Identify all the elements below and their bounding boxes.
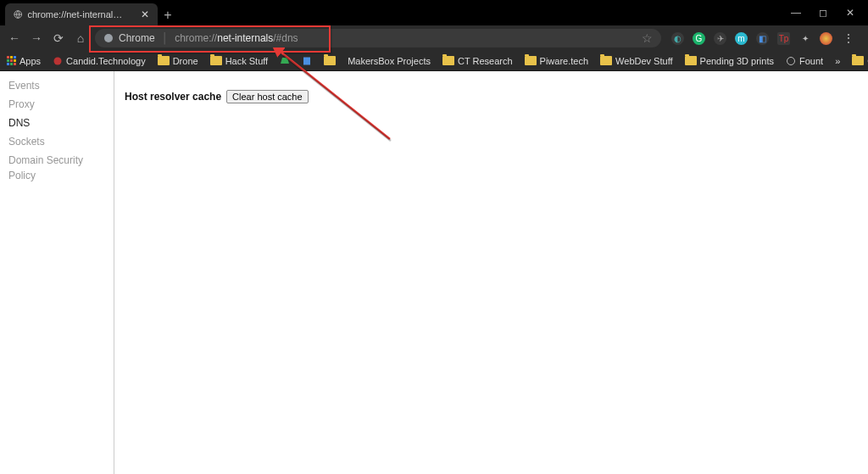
bookmark-candid-technology[interactable]: Candid.Technology bbox=[53, 56, 146, 66]
omnibox-scheme-label: Chrome bbox=[119, 32, 155, 44]
apps-button[interactable]: Apps bbox=[7, 56, 41, 66]
bookmarks-overflow[interactable]: » bbox=[835, 56, 840, 66]
bookmark-makersbox[interactable]: MakersBox Projects bbox=[348, 56, 431, 66]
svg-point-1 bbox=[104, 34, 113, 42]
host-resolver-label: Host resolver cache bbox=[125, 91, 221, 103]
omnibox-separator: │ bbox=[162, 32, 169, 44]
folder-icon bbox=[158, 56, 170, 65]
bookmark-item[interactable] bbox=[302, 56, 312, 66]
bookmark-drone[interactable]: Drone bbox=[158, 56, 198, 66]
close-window-button[interactable]: ✕ bbox=[843, 7, 858, 19]
omnibox-url: chrome://net-internals/#dns bbox=[175, 32, 298, 44]
sidebar-item-sockets[interactable]: Sockets bbox=[0, 132, 114, 151]
folder-icon bbox=[210, 56, 222, 65]
forward-button[interactable]: → bbox=[29, 31, 44, 45]
new-tab-button[interactable]: + bbox=[158, 5, 178, 25]
globe-icon bbox=[786, 56, 796, 66]
back-button[interactable]: ← bbox=[7, 31, 22, 45]
folder-icon bbox=[600, 56, 612, 65]
bookmarks-bar: Apps Candid.Technology Drone Hack Stuff … bbox=[0, 51, 868, 71]
chrome-icon bbox=[103, 33, 114, 43]
minimize-button[interactable]: — bbox=[788, 7, 804, 19]
svg-point-5 bbox=[787, 57, 795, 64]
sidebar-item-dns[interactable]: DNS bbox=[0, 114, 114, 132]
bookmark-item[interactable] bbox=[280, 56, 290, 66]
bookmark-3d-prints[interactable]: Pending 3D prints bbox=[685, 56, 774, 66]
bookmark-webdev[interactable]: WebDev Stuff bbox=[600, 56, 672, 66]
bookmark-hack-stuff[interactable]: Hack Stuff bbox=[210, 56, 269, 66]
extension-icon-1[interactable]: ◐ bbox=[671, 32, 684, 45]
maximize-button[interactable]: ◻ bbox=[815, 7, 831, 19]
folder-icon bbox=[525, 56, 537, 65]
address-bar[interactable]: Chrome │ chrome://net-internals/#dns ☆ bbox=[95, 29, 661, 47]
folder-icon bbox=[852, 56, 864, 65]
extension-icon-4[interactable]: m bbox=[735, 32, 748, 45]
bookmark-item[interactable] bbox=[324, 56, 336, 65]
tab-title: chrome://net-internals/#dns bbox=[27, 9, 125, 20]
doc-icon bbox=[302, 56, 312, 66]
svg-rect-4 bbox=[303, 57, 310, 64]
svg-marker-3 bbox=[281, 58, 289, 64]
folder-icon bbox=[324, 56, 336, 65]
menu-button[interactable]: ⋮ bbox=[841, 31, 856, 45]
extension-icon-6[interactable]: Tp bbox=[777, 32, 790, 45]
extension-icon-3[interactable]: ✈ bbox=[714, 32, 726, 45]
extension-icons: ◐ G ✈ m ◧ Tp ✦ ⋮ bbox=[671, 31, 861, 45]
tab-bar: chrome://net-internals/#dns ✕ + — ◻ ✕ bbox=[0, 0, 868, 25]
extension-icon-2[interactable]: G bbox=[693, 32, 705, 45]
globe-icon bbox=[14, 9, 22, 20]
sidebar-item-events[interactable]: Events bbox=[0, 76, 114, 95]
other-bookmarks[interactable]: Other bookmarks bbox=[852, 56, 868, 66]
extension-icon-5[interactable]: ◧ bbox=[756, 32, 769, 45]
sidebar: Events Proxy DNS Sockets Domain Security… bbox=[0, 71, 114, 474]
page-content: Events Proxy DNS Sockets Domain Security… bbox=[0, 71, 868, 474]
bookmark-piware[interactable]: Piware.tech bbox=[525, 56, 588, 66]
drive-icon bbox=[280, 56, 290, 66]
sidebar-item-proxy[interactable]: Proxy bbox=[0, 95, 114, 114]
bookmark-fount[interactable]: Fount bbox=[786, 56, 823, 66]
apps-grid-icon bbox=[7, 56, 16, 65]
main-panel: Host resolver cache Clear host cache bbox=[114, 71, 319, 474]
toolbar: ← → ⟳ ⌂ Chrome │ chrome://net-internals/… bbox=[0, 25, 868, 51]
profile-avatar[interactable] bbox=[820, 32, 832, 45]
extensions-puzzle-icon[interactable]: ✦ bbox=[798, 32, 811, 45]
site-icon bbox=[53, 56, 63, 66]
close-tab-icon[interactable]: ✕ bbox=[141, 8, 149, 20]
window-controls: — ◻ ✕ bbox=[788, 0, 868, 25]
bookmark-star-icon[interactable]: ☆ bbox=[642, 31, 653, 45]
bookmark-ct-research[interactable]: CT Research bbox=[442, 56, 513, 66]
svg-point-2 bbox=[54, 57, 62, 64]
browser-tab[interactable]: chrome://net-internals/#dns ✕ bbox=[5, 3, 158, 25]
reload-button[interactable]: ⟳ bbox=[51, 31, 66, 45]
clear-host-cache-button[interactable]: Clear host cache bbox=[226, 90, 309, 103]
home-button[interactable]: ⌂ bbox=[73, 31, 88, 45]
sidebar-item-domain-security[interactable]: Domain Security Policy bbox=[0, 151, 114, 185]
folder-icon bbox=[685, 56, 697, 65]
folder-icon bbox=[442, 56, 454, 65]
